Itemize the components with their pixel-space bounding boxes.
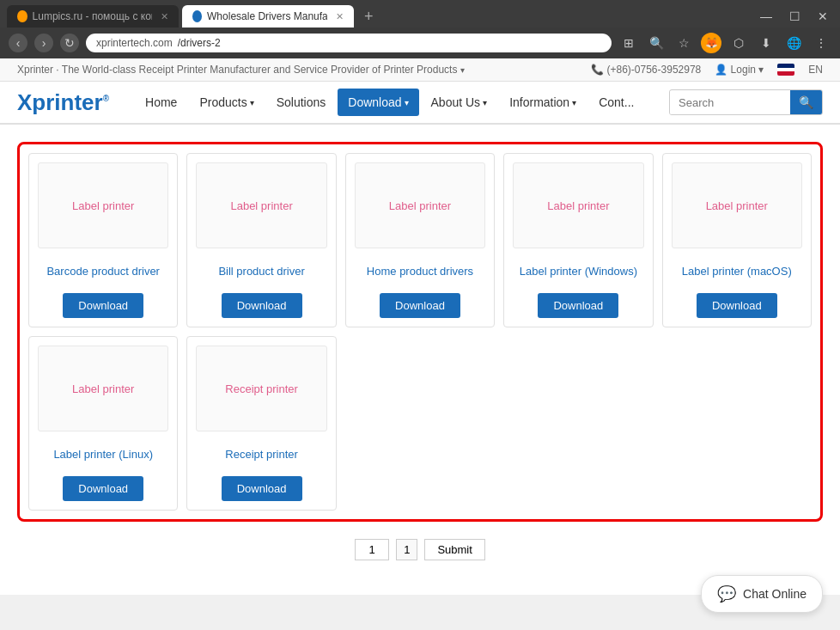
banner-text: Xprinter · The World-class Receipt Print… (17, 64, 457, 76)
close-button[interactable]: ✕ (813, 8, 833, 25)
tab-favicon-1 (17, 10, 27, 22)
product-image-5: Label printer (672, 162, 802, 248)
language-label[interactable]: EN (808, 64, 823, 76)
website-content: Xprinter · The World-class Receipt Print… (0, 58, 840, 595)
download-button-5[interactable]: Download (697, 293, 777, 318)
product-image-label-2: Label printer (230, 199, 292, 212)
translate-icon[interactable]: ⊞ (618, 33, 639, 53)
product-title-1: Barcode product driver (46, 255, 160, 286)
product-title-6: Label printer (Linux) (53, 438, 153, 469)
search-button[interactable]: 🔍 (790, 90, 822, 114)
new-tab-button[interactable]: + (357, 6, 380, 28)
product-image-3: Label printer (355, 162, 485, 248)
forward-button[interactable]: › (34, 34, 53, 52)
main-content: Label printer Barcode product driver Dow… (0, 125, 840, 595)
pagination: 1 1 Submit (17, 522, 823, 578)
browser-tab-2[interactable]: Wholesale Drivers Manufacture... ✕ (182, 5, 354, 28)
nav-home[interactable]: Home (135, 89, 187, 116)
download-button-1[interactable]: Download (63, 293, 143, 318)
empty-slot-1 (345, 336, 495, 511)
logo[interactable]: Xprinter® (17, 89, 109, 116)
tab-favicon-2 (192, 10, 202, 22)
product-image-6: Label printer (38, 346, 168, 431)
product-image-label-1: Label printer (72, 199, 134, 212)
maximize-button[interactable]: ☐ (784, 8, 806, 25)
product-image-label-6: Label printer (72, 382, 134, 395)
product-card-6: Label printer Label printer (Linux) Down… (28, 336, 178, 511)
chat-label: Chat Online (743, 587, 807, 595)
url-bar[interactable]: xprintertech.com /drivers-2 (86, 34, 612, 52)
product-image-label-7: Receipt printer (225, 382, 298, 395)
search-box[interactable]: 🔍 (669, 89, 823, 115)
download-icon[interactable]: ⬇ (756, 33, 776, 53)
about-chevron: ▾ (483, 98, 487, 107)
browser-controls: ‹ › ↻ xprintertech.com /drivers-2 ⊞ 🔍 ☆ … (0, 28, 840, 58)
product-title-5: Label printer (macOS) (682, 255, 792, 286)
tab-title-2: Wholesale Drivers Manufacture... (207, 10, 327, 22)
submit-button[interactable]: Submit (424, 539, 484, 560)
banner-chevron: ▾ (460, 65, 465, 75)
product-card-1: Label printer Barcode product driver Dow… (28, 153, 178, 327)
product-image-label-3: Label printer (389, 199, 451, 212)
download-chevron: ▾ (405, 98, 409, 107)
nav-solutions[interactable]: Solutions (266, 89, 337, 116)
tab-title-1: Lumpics.ru - помощь с компь... (33, 10, 152, 22)
product-image-1: Label printer (38, 162, 168, 248)
menu-icon[interactable]: ⋮ (811, 33, 831, 53)
product-title-7: Receipt printer (225, 438, 298, 469)
product-image-label-5: Label printer (706, 199, 768, 212)
page-input[interactable]: 1 (355, 539, 389, 560)
product-card-4: Label printer Label printer (Windows) Do… (503, 153, 653, 327)
url-path: /drivers-2 (178, 37, 221, 49)
profile-icon[interactable]: 🦊 (701, 33, 721, 53)
download-button-2[interactable]: Download (222, 293, 302, 318)
top-banner: Xprinter · The World-class Receipt Print… (0, 58, 840, 82)
tab-bar: Lumpics.ru - помощь с компь... ✕ Wholesa… (0, 0, 840, 28)
nav-about[interactable]: About Us ▾ (421, 89, 498, 116)
chat-widget[interactable]: 💬 Chat Online (701, 575, 823, 595)
zoom-icon[interactable]: 🔍 (646, 33, 667, 53)
products-row-1: Label printer Barcode product driver Dow… (28, 153, 812, 327)
product-card-7: Receipt printer Receipt printer Download (186, 336, 336, 511)
products-chevron: ▾ (250, 98, 254, 107)
download-button-7[interactable]: Download (222, 476, 302, 501)
empty-slot-3 (662, 336, 812, 511)
product-card-2: Label printer Bill product driver Downlo… (186, 153, 336, 327)
reload-button[interactable]: ↻ (60, 34, 79, 52)
nav-products[interactable]: Products ▾ (189, 89, 264, 116)
language-flag[interactable] (777, 64, 794, 76)
phone-number: 📞 (+86)-0756-3952978 (591, 64, 701, 76)
product-title-2: Bill product driver (218, 255, 304, 286)
products-row-2: Label printer Label printer (Linux) Down… (28, 336, 812, 511)
top-banner-text: Xprinter · The World-class Receipt Print… (17, 64, 465, 76)
download-button-3[interactable]: Download (380, 293, 460, 318)
page-total: 1 (396, 539, 417, 560)
minimize-button[interactable]: — (755, 8, 777, 25)
tab-close-1[interactable]: ✕ (161, 11, 168, 22)
empty-slot-2 (503, 336, 653, 511)
download-button-4[interactable]: Download (538, 293, 618, 318)
info-chevron: ▾ (572, 98, 576, 107)
search-input[interactable] (670, 91, 790, 114)
products-container: Label printer Barcode product driver Dow… (17, 142, 823, 522)
product-image-4: Label printer (513, 162, 643, 248)
nav-information[interactable]: Information ▾ (499, 89, 587, 116)
extensions-icon[interactable]: ⬡ (728, 33, 749, 53)
product-image-label-4: Label printer (547, 199, 609, 212)
product-image-7: Receipt printer (196, 346, 326, 431)
nav-download[interactable]: Download ▾ (338, 89, 418, 116)
url-protocol: xprintertech.com (96, 37, 173, 49)
back-button[interactable]: ‹ (9, 34, 27, 52)
globe-icon[interactable]: 🌐 (783, 33, 804, 53)
star-icon[interactable]: ☆ (673, 33, 694, 53)
tab-close-2[interactable]: ✕ (336, 11, 344, 22)
download-button-6[interactable]: Download (63, 476, 143, 501)
browser-tab-1[interactable]: Lumpics.ru - помощь с компь... ✕ (7, 5, 179, 28)
product-title-3: Home product drivers (367, 255, 473, 286)
navbar: Xprinter® Home Products ▾ Solutions Down… (0, 82, 840, 125)
product-title-4: Label printer (Windows) (520, 255, 637, 286)
login-link[interactable]: 👤 Login ▾ (715, 64, 764, 76)
product-card-5: Label printer Label printer (macOS) Down… (662, 153, 812, 327)
chat-icon: 💬 (717, 584, 736, 595)
nav-contact[interactable]: Cont... (588, 89, 644, 116)
